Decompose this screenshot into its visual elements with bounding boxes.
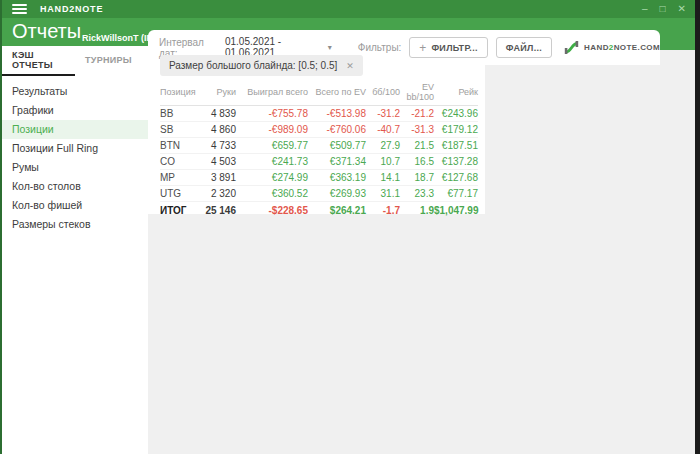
table-cell: -1.7 <box>366 202 400 219</box>
table-row[interactable]: CO4 503€241.73€371.3410.716.5€137.28 <box>160 154 478 170</box>
sidebar-item-chip-count[interactable]: Кол-во фишей <box>2 196 148 215</box>
positions-report-table: Позиция Руки Выиграл всего Всего по EV б… <box>160 82 478 219</box>
table-row[interactable]: BTN4 733€659.77€509.7727.921.5€187.51 <box>160 138 478 154</box>
table-row[interactable]: BB4 839-€755.78-€513.98-31.2-21.2€243.96 <box>160 106 478 122</box>
hamburger-menu-icon[interactable] <box>12 4 27 14</box>
column-total-ev[interactable]: Всего по EV <box>308 82 366 106</box>
table-cell: $264.21 <box>308 202 366 219</box>
sidebar-items: Результаты Графики Позиции Позиции Full … <box>2 82 148 234</box>
account-name: RickWillsonT (IP) <box>82 33 155 43</box>
page-title: Отчеты <box>12 20 81 43</box>
sidebar-item-graphs[interactable]: Графики <box>2 101 148 120</box>
header-band-edge <box>658 46 695 50</box>
column-rake[interactable]: Рейк <box>434 82 478 106</box>
sidebar-item-stack-sizes[interactable]: Размеры стеков <box>2 215 148 234</box>
table-cell: 14.1 <box>366 170 400 186</box>
table-cell: 4 839 <box>202 106 236 122</box>
table-cell: 4 860 <box>202 122 236 138</box>
table-cell: 3 891 <box>202 170 236 186</box>
table-cell: -31.2 <box>366 106 400 122</box>
column-bb100[interactable]: бб/100 <box>366 82 400 106</box>
table-cell: -€760.06 <box>308 122 366 138</box>
sidebar-item-positions-full-ring[interactable]: Позиции Full Ring <box>2 139 148 158</box>
app-title: HAND2NOTE <box>40 4 103 14</box>
table-cell: €243.96 <box>434 106 478 122</box>
table-body: BB4 839-€755.78-€513.98-31.2-21.2€243.96… <box>160 106 478 219</box>
table-cell: €274.99 <box>236 170 308 186</box>
window-controls: – □ ✕ <box>642 0 686 18</box>
table-cell: -$228.65 <box>236 202 308 219</box>
column-ev-bb100[interactable]: EV bb/100 <box>400 82 434 106</box>
filter-chip-label: Размер большого блайнда: [0.5; 0.5] <box>169 60 337 71</box>
table-cell: -€513.98 <box>308 106 366 122</box>
table-cell: €269.93 <box>308 186 366 202</box>
window-left-border <box>0 0 2 454</box>
table-cell: 16.5 <box>400 154 434 170</box>
table-cell: €179.12 <box>434 122 478 138</box>
table-cell: BB <box>160 106 202 122</box>
table-cell: €187.51 <box>434 138 478 154</box>
sidebar-item-rooms[interactable]: Румы <box>2 158 148 177</box>
sidebar: КЭШ ОТЧЕТЫ ТУРНИРЫ Результаты Графики По… <box>2 46 148 454</box>
table-cell: €363.19 <box>308 170 366 186</box>
table-cell: €371.34 <box>308 154 366 170</box>
close-icon[interactable]: ✕ <box>678 0 686 18</box>
plus-icon: + <box>419 41 426 55</box>
table-cell: 25 146 <box>202 202 236 219</box>
chevron-down-icon: ▾ <box>328 43 332 52</box>
hand2note-logo: HAND2NOTE.COM <box>564 40 660 55</box>
table-header: Позиция Руки Выиграл всего Всего по EV б… <box>160 82 478 106</box>
table-cell: €659.77 <box>236 138 308 154</box>
maximize-icon[interactable]: □ <box>660 0 666 18</box>
column-won-total[interactable]: Выиграл всего <box>236 82 308 106</box>
table-total-row[interactable]: ИТОГ25 146-$228.65$264.21-1.71.9$1,047.9… <box>160 202 478 219</box>
filters-label: Фильтры: <box>358 42 402 53</box>
table-cell: ИТОГ <box>160 202 202 219</box>
table-cell: €360.52 <box>236 186 308 202</box>
column-hands[interactable]: Руки <box>202 82 236 106</box>
title-bar: HAND2NOTE – □ ✕ <box>2 0 695 18</box>
table-cell: CO <box>160 154 202 170</box>
table-cell: -31.3 <box>400 122 434 138</box>
table-cell: $1,047.99 <box>434 202 478 219</box>
column-position[interactable]: Позиция <box>160 82 202 106</box>
sidebar-item-positions[interactable]: Позиции <box>2 120 148 139</box>
table-cell: 4 503 <box>202 154 236 170</box>
sidebar-tabs: КЭШ ОТЧЕТЫ ТУРНИРЫ <box>2 46 148 76</box>
table-cell: 27.9 <box>366 138 400 154</box>
add-filter-button[interactable]: + ФИЛЬТР... <box>409 37 487 58</box>
table-cell: 31.1 <box>366 186 400 202</box>
table-cell: SB <box>160 122 202 138</box>
table-cell: 4 733 <box>202 138 236 154</box>
tab-tournaments[interactable]: ТУРНИРЫ <box>75 46 148 76</box>
window-right-edge <box>695 0 700 454</box>
file-button[interactable]: ФАЙЛ... <box>496 37 552 58</box>
table-cell: €509.77 <box>308 138 366 154</box>
hand2note-logo-text: HAND2NOTE.COM <box>584 43 660 52</box>
sidebar-item-results[interactable]: Результаты <box>2 82 148 101</box>
table-cell: -€989.09 <box>236 122 308 138</box>
table-row[interactable]: SB4 860-€989.09-€760.06-40.7-31.3€179.12 <box>160 122 478 138</box>
table-cell: 2 320 <box>202 186 236 202</box>
table-cell: 1.9 <box>400 202 434 219</box>
minimize-icon[interactable]: – <box>642 0 648 18</box>
table-cell: €127.68 <box>434 170 478 186</box>
table-cell: UTG <box>160 186 202 202</box>
table-row[interactable]: MP3 891€274.99€363.1914.118.7€127.68 <box>160 170 478 186</box>
table-cell: 21.5 <box>400 138 434 154</box>
app-window: HAND2NOTE – □ ✕ Отчеты RickWillsonT (IP)… <box>0 0 700 454</box>
sidebar-item-table-count[interactable]: Кол-во столов <box>2 177 148 196</box>
table-cell: MP <box>160 170 202 186</box>
close-icon[interactable]: ✕ <box>346 61 354 71</box>
table-cell: 18.7 <box>400 170 434 186</box>
table-row[interactable]: UTG2 320€360.52€269.9331.123.3€77.17 <box>160 186 478 202</box>
table-cell: 10.7 <box>366 154 400 170</box>
table-cell: BTN <box>160 138 202 154</box>
table-cell: -40.7 <box>366 122 400 138</box>
table-cell: €137.28 <box>434 154 478 170</box>
tab-cash-reports[interactable]: КЭШ ОТЧЕТЫ <box>2 46 75 76</box>
table-cell: -€755.78 <box>236 106 308 122</box>
big-blind-filter-chip[interactable]: Размер большого блайнда: [0.5; 0.5] ✕ <box>160 55 363 76</box>
table-cell: €241.73 <box>236 154 308 170</box>
hand2note-logo-icon <box>564 40 579 55</box>
